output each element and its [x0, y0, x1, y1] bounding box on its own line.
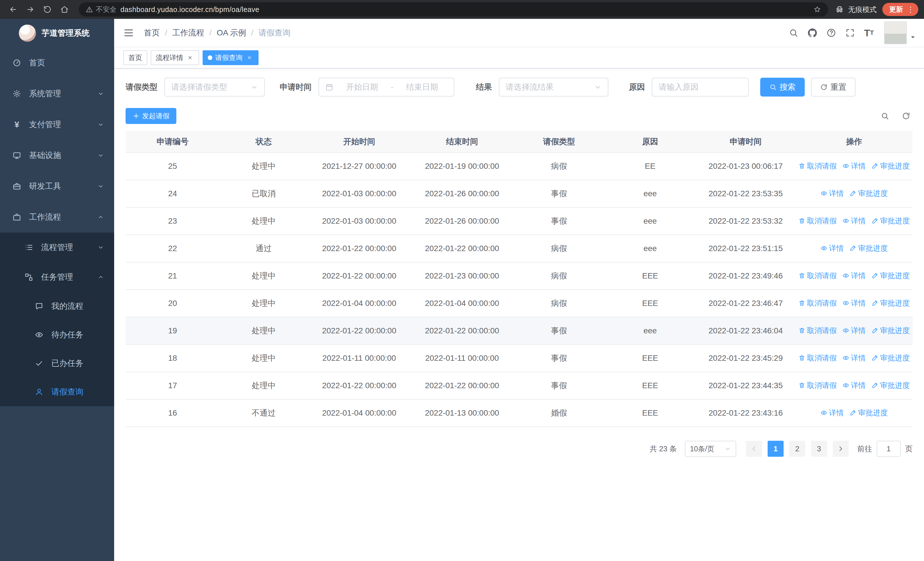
font-size-button[interactable]: TT [860, 23, 878, 42]
sidebar-item-label: 工作流程 [29, 212, 93, 223]
approval-progress-link[interactable]: 审批进度 [849, 408, 888, 418]
cancel-leave-link[interactable]: 取消请假 [798, 161, 837, 171]
table-row[interactable]: 18处理中2022-01-11 00:00:002022-01-11 00:00… [126, 344, 913, 372]
delete-icon [798, 300, 805, 307]
fullscreen-button[interactable] [841, 23, 860, 42]
detail-link[interactable]: 详情 [842, 161, 866, 171]
approval-progress-link[interactable]: 审批进度 [872, 161, 910, 171]
user-avatar[interactable] [884, 21, 907, 44]
avatar-caret-down-icon[interactable] [910, 34, 916, 40]
table-row[interactable]: 25处理中2021-12-27 00:00:002022-01-19 00:00… [126, 152, 913, 180]
approval-progress-link[interactable]: 审批进度 [872, 353, 910, 363]
cancel-leave-link[interactable]: 取消请假 [798, 381, 837, 391]
tag-首页[interactable]: 首页 [123, 50, 147, 65]
cancel-leave-link[interactable]: 取消请假 [798, 271, 837, 281]
cancel-leave-link[interactable]: 取消请假 [798, 353, 837, 363]
table-row[interactable]: 16不通过2022-01-04 00:00:002022-01-13 00:00… [126, 399, 913, 427]
approval-progress-link[interactable]: 审批进度 [849, 244, 888, 253]
sidebar-item-system[interactable]: 系统管理 [0, 78, 114, 109]
delete-icon [798, 272, 805, 279]
forward-button[interactable] [23, 2, 38, 17]
cancel-leave-link[interactable]: 取消请假 [798, 298, 837, 308]
toggle-search-button[interactable] [880, 112, 889, 120]
table-row[interactable]: 20处理中2022-01-04 00:00:002022-01-04 00:00… [126, 290, 913, 317]
page-button-3[interactable]: 3 [811, 441, 827, 457]
detail-link[interactable]: 详情 [842, 326, 866, 335]
approval-progress-link[interactable]: 审批进度 [872, 298, 910, 308]
browser-menu-dots-icon[interactable]: ⋮ [907, 5, 914, 14]
cell-type: 病假 [513, 262, 604, 290]
page-size-select[interactable]: 10条/页 [685, 441, 736, 457]
back-button[interactable] [6, 2, 21, 17]
goto-page-input[interactable]: 1 [877, 441, 901, 457]
total-count: 共 23 条 [650, 444, 677, 454]
create-leave-button[interactable]: 发起请假 [126, 108, 176, 124]
refresh-table-button[interactable] [902, 112, 910, 120]
detail-link[interactable]: 详情 [842, 216, 866, 226]
sidebar-collapse-button[interactable] [123, 27, 134, 38]
breadcrumb-item[interactable]: 首页 [144, 27, 160, 38]
result-select[interactable]: 请选择流结果 [499, 78, 608, 96]
github-link[interactable] [803, 23, 822, 42]
tag-流程详情[interactable]: 流程详情 [151, 50, 199, 65]
tag-close-icon[interactable] [186, 54, 194, 62]
table-row[interactable]: 24已取消2022-01-03 00:00:002022-01-26 00:00… [126, 180, 913, 208]
apply-time-label: 申请时间 [280, 82, 312, 93]
bookmark-star-icon[interactable] [813, 5, 821, 14]
search-button[interactable]: 搜索 [760, 78, 805, 96]
reset-button[interactable]: 重置 [811, 78, 855, 96]
approval-progress-link[interactable]: 审批进度 [872, 381, 910, 391]
table-row[interactable]: 22通过2022-01-22 00:00:002022-01-22 00:00:… [126, 235, 913, 262]
view-icon [842, 272, 849, 279]
apply-time-range-picker[interactable]: 开始日期 - 结束日期 [318, 78, 454, 96]
approval-progress-link[interactable]: 审批进度 [872, 326, 910, 335]
leave-type-select[interactable]: 请选择请假类型 [164, 78, 265, 96]
page-button-1[interactable]: 1 [768, 441, 784, 457]
sidebar-item-devtools[interactable]: 研发工具 [0, 171, 114, 202]
tag-close-icon[interactable] [245, 54, 254, 62]
breadcrumb-item[interactable]: 工作流程 [172, 27, 204, 38]
table-row[interactable]: 23处理中2022-01-03 00:00:002022-01-26 00:00… [126, 208, 913, 235]
table-row[interactable]: 19处理中2022-01-22 00:00:002022-01-22 00:00… [126, 317, 913, 344]
prev-page-button[interactable] [746, 441, 762, 457]
update-button[interactable]: 更新 ⋮ [882, 3, 918, 16]
detail-link[interactable]: 详情 [842, 271, 866, 281]
sidebar-item-home[interactable]: 首页 [0, 47, 114, 78]
reason-input[interactable]: 请输入原因 [652, 78, 749, 96]
sidebar-item-payment[interactable]: ¥ 支付管理 [0, 109, 114, 140]
approval-progress-link[interactable]: 审批进度 [849, 188, 888, 199]
sidebar-item-done-tasks[interactable]: 已办任务 [0, 349, 114, 378]
approval-progress-link[interactable]: 审批进度 [872, 271, 910, 281]
tag-请假查询[interactable]: 请假查询 [202, 50, 258, 65]
reload-button[interactable] [40, 2, 55, 17]
breadcrumb-item[interactable]: OA 示例 [217, 27, 246, 38]
detail-link[interactable]: 详情 [820, 408, 844, 418]
home-button[interactable] [57, 2, 72, 17]
sidebar-item-workflow[interactable]: 工作流程 [0, 202, 114, 233]
approval-progress-link[interactable]: 审批进度 [872, 216, 910, 226]
detail-link[interactable]: 详情 [820, 244, 844, 253]
next-page-button[interactable] [832, 441, 849, 457]
page-button-2[interactable]: 2 [789, 441, 805, 457]
sidebar-item-task-mgmt[interactable]: 任务管理 [0, 262, 114, 292]
cancel-leave-link[interactable]: 取消请假 [798, 216, 837, 226]
sidebar-item-leave-query[interactable]: 请假查询 [0, 378, 114, 406]
sidebar-item-my-process[interactable]: 我的流程 [0, 292, 114, 320]
sidebar-item-infra[interactable]: 基础设施 [0, 140, 114, 171]
sidebar-item-process-mgmt[interactable]: 流程管理 [0, 233, 114, 262]
detail-link[interactable]: 详情 [842, 298, 866, 308]
detail-link[interactable]: 详情 [842, 353, 866, 363]
header-search-button[interactable] [784, 23, 803, 42]
sidebar-item-todo-tasks[interactable]: 待办任务 [0, 320, 114, 349]
detail-link[interactable]: 详情 [842, 381, 866, 391]
edit-icon [872, 272, 878, 279]
range-separator: - [391, 83, 393, 92]
security-indicator[interactable]: 不安全 [86, 5, 116, 14]
table-row[interactable]: 17处理中2022-01-22 00:00:002022-01-22 00:00… [126, 372, 913, 399]
detail-link[interactable]: 详情 [820, 188, 844, 199]
cancel-leave-link[interactable]: 取消请假 [798, 326, 837, 335]
edit-icon [872, 162, 878, 169]
address-bar[interactable]: 不安全 dashboard.yudao.iocoder.cn/bpm/oa/le… [79, 2, 828, 17]
help-button[interactable] [822, 23, 841, 42]
table-row[interactable]: 21处理中2022-01-22 00:00:002022-01-23 00:00… [126, 262, 913, 290]
